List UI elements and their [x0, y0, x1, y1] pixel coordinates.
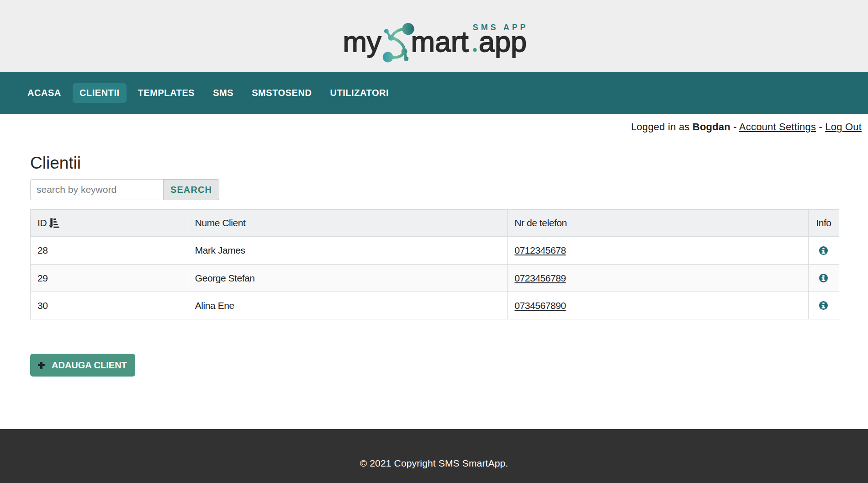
svg-text:mart: mart [411, 26, 469, 58]
svg-text:my: my [343, 26, 381, 58]
svg-text:SMS APP: SMS APP [473, 23, 529, 32]
